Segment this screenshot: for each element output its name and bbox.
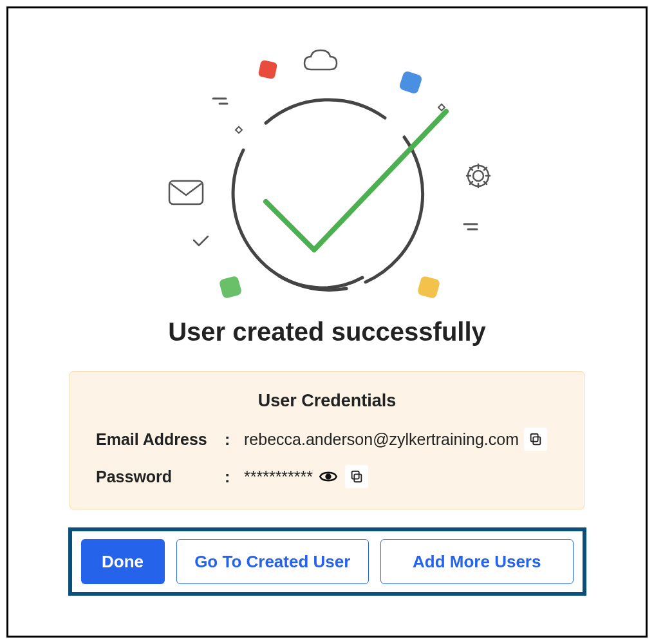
page-title: User created successfully: [168, 317, 486, 346]
add-more-users-button[interactable]: Add More Users: [380, 539, 574, 584]
success-illustration: [144, 34, 510, 305]
email-label: Email Address: [96, 430, 225, 449]
credentials-box: User Credentials Email Address : rebecca…: [70, 371, 584, 509]
gear-icon: [467, 164, 490, 187]
email-value: rebecca.anderson@zylkertraining.com: [244, 430, 519, 449]
svg-rect-11: [352, 471, 359, 479]
red-square-icon: [258, 60, 278, 80]
circle-icon: [233, 100, 423, 290]
colon: :: [225, 468, 244, 486]
blue-square-icon: [398, 70, 423, 95]
diamond-icon: [236, 127, 242, 133]
success-panel: User created successfully User Credentia…: [6, 6, 648, 638]
svg-rect-10: [354, 474, 361, 482]
dash-icon: [464, 224, 477, 229]
yellow-square-icon: [417, 276, 441, 299]
small-check-icon: [194, 236, 208, 245]
copy-icon: [528, 432, 543, 446]
password-label: Password: [96, 468, 225, 486]
svg-rect-2: [169, 181, 203, 204]
dash-icon: [213, 99, 227, 104]
button-row: Done Go To Created User Add More Users: [68, 527, 586, 596]
checkmark-icon: [266, 111, 446, 250]
svg-rect-8: [531, 434, 538, 442]
cloud-icon: [304, 50, 337, 70]
svg-rect-7: [533, 437, 540, 444]
copy-icon: [350, 469, 364, 484]
copy-password-button[interactable]: [345, 465, 368, 488]
copy-email-button[interactable]: [524, 428, 547, 451]
email-row: Email Address : rebecca.anderson@zylkert…: [96, 428, 558, 451]
credentials-heading: User Credentials: [96, 391, 558, 411]
colon: :: [225, 430, 244, 449]
diamond-icon: [438, 104, 445, 111]
svg-point-3: [473, 171, 483, 181]
envelope-icon: [169, 181, 203, 204]
password-row: Password : ***********: [96, 465, 558, 488]
done-button[interactable]: Done: [81, 539, 165, 584]
password-value: ***********: [244, 468, 313, 486]
show-password-button[interactable]: [317, 465, 340, 488]
green-square-icon: [219, 276, 243, 299]
svg-point-9: [325, 473, 331, 479]
goto-user-button[interactable]: Go To Created User: [176, 539, 369, 584]
eye-icon: [319, 468, 337, 486]
